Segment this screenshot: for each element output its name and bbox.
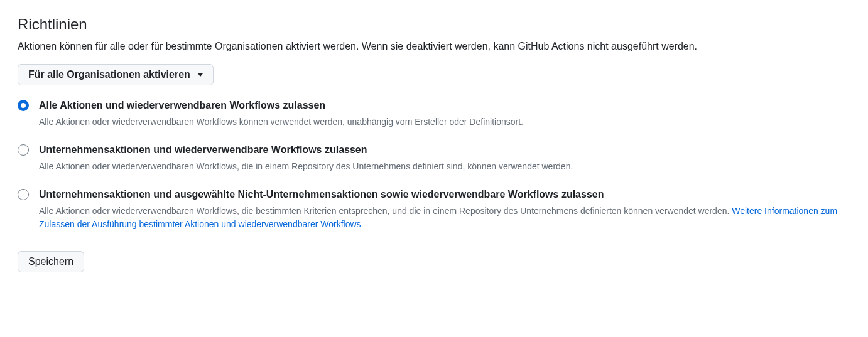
chevron-down-icon	[198, 73, 203, 77]
radio-description-text: Alle Aktionen oder wiederverwendbaren Wo…	[39, 206, 732, 216]
radio-description: Alle Aktionen oder wiederverwendbaren Wo…	[39, 115, 850, 129]
policy-option-enterprise-and-selected: Unternehmensaktionen und ausgewählte Nic…	[18, 187, 850, 231]
page-title: Richtlinien	[18, 15, 850, 34]
radio-label[interactable]: Alle Aktionen und wiederverwendbaren Wor…	[39, 98, 850, 113]
org-scope-dropdown[interactable]: Für alle Organisationen aktivieren	[18, 64, 214, 85]
radio-label[interactable]: Unternehmensaktionen und wiederverwendba…	[39, 142, 850, 158]
radio-enterprise-and-selected[interactable]	[18, 189, 29, 200]
policy-option-enterprise-only: Unternehmensaktionen und wiederverwendba…	[18, 142, 850, 173]
radio-enterprise-only[interactable]	[18, 144, 29, 156]
radio-label[interactable]: Unternehmensaktionen und ausgewählte Nic…	[39, 187, 850, 202]
page-description: Aktionen können für alle oder für bestim…	[18, 39, 850, 54]
org-scope-dropdown-label: Für alle Organisationen aktivieren	[28, 69, 190, 80]
policy-radio-group: Alle Aktionen und wiederverwendbaren Wor…	[18, 98, 850, 231]
save-button[interactable]: Speichern	[18, 251, 84, 272]
radio-allow-all[interactable]	[18, 100, 29, 111]
radio-description: Alle Aktionen oder wiederverwendbaren Wo…	[39, 205, 850, 231]
radio-description: Alle Aktionen oder wiederverwendbaren Wo…	[39, 160, 850, 173]
policy-option-allow-all: Alle Aktionen und wiederverwendbaren Wor…	[18, 98, 850, 129]
